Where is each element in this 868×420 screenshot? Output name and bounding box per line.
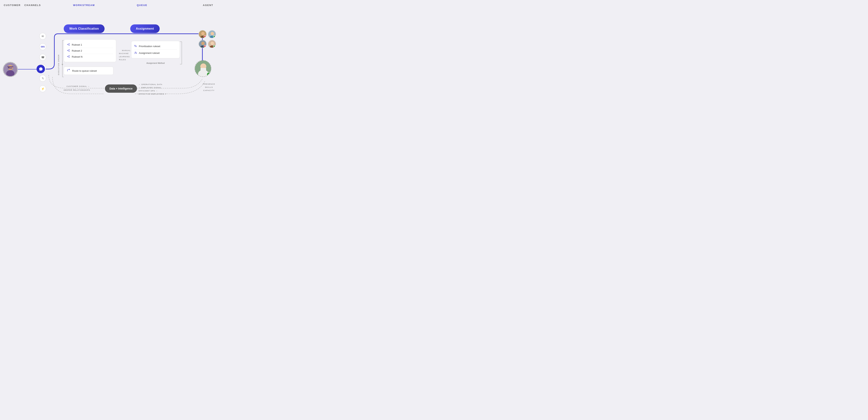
svg-point-28 — [67, 56, 68, 57]
svg-line-32 — [68, 57, 69, 57]
svg-point-47 — [211, 41, 214, 45]
ruleset-1-icon — [67, 43, 70, 47]
ruleset-item-2[interactable]: Ruleset 2 — [67, 48, 113, 54]
sms-channel-icon[interactable]: SMS — [39, 44, 46, 50]
header-channels: CHANNELS — [24, 4, 41, 6]
execution-order-label: Execution order — [58, 54, 60, 75]
svg-point-18 — [67, 44, 68, 45]
ruleset-item-1[interactable]: Ruleset 1 — [67, 42, 113, 48]
header-agent: AGENT — [203, 4, 213, 6]
agent-labels: PRESENCE SKILLS CAPACITY — [203, 83, 215, 92]
data-intelligence-pill[interactable]: Data + Intelligence — [105, 84, 137, 93]
customer-line — [18, 69, 37, 69]
messenger-channel-icon[interactable]: ⚡ — [39, 85, 46, 92]
agent-1-status — [204, 35, 206, 37]
assignment-ruleset-item[interactable]: Assignment ruleset — [134, 50, 177, 56]
svg-point-41 — [211, 32, 214, 35]
chat-bubble-icon — [36, 65, 45, 73]
prioritisation-icon — [134, 45, 137, 48]
header-workstream: WORKSTREAM — [73, 4, 95, 6]
svg-point-24 — [69, 49, 69, 50]
agent-4-status — [213, 45, 215, 47]
route-icon — [67, 69, 70, 73]
assignment-ruleset-label: Assignment ruleset — [139, 52, 160, 54]
svg-point-44 — [201, 41, 205, 45]
customer-signal-label: CUSTOMER SIGNAL → — [66, 85, 90, 87]
agent-avatar-3 — [198, 40, 207, 48]
route-to-queue[interactable]: Route to queue ruleset — [64, 66, 113, 75]
svg-point-38 — [201, 32, 205, 35]
deeper-relationships-label: DEEPER RELATIONSHIPS — [64, 89, 90, 91]
ruleset-container: Ruleset 1 Ruleset 2 — [64, 39, 116, 62]
assignment-method-label: Assignment Method — [138, 62, 173, 64]
ruleset-item-n[interactable]: Ruleset N — [67, 54, 113, 60]
svg-line-31 — [68, 56, 69, 56]
phone-channel-icon[interactable]: ☎ — [39, 54, 46, 61]
prioritisation-item[interactable]: Prioritisation ruleset — [134, 43, 177, 50]
main-agent-avatar: ✓ — [194, 60, 211, 77]
agent-avatar-4 — [208, 40, 216, 48]
main-container: CUSTOMER CHANNELS WORKSTREAM QUEUE AGENT — [0, 0, 217, 105]
channel-icons: ✉ SMS ☎ 𝕏 ⚡ — [39, 33, 46, 92]
employee-signal-label: ← EMPLOYEE SIGNAL — [139, 87, 161, 89]
agent-avatars-group — [198, 30, 216, 48]
agent-row-2 — [198, 40, 216, 48]
prioritisation-label: Prioritisation ruleset — [139, 45, 160, 48]
email-channel-icon[interactable]: ✉ — [39, 33, 46, 39]
svg-point-23 — [67, 50, 68, 51]
agent-2-status — [213, 35, 215, 37]
operational-data-label: ← OPERATIONAL DATA — [139, 84, 162, 85]
route-queue-label: Route to queue ruleset — [72, 69, 97, 72]
ruleset-1-label: Ruleset 1 — [72, 44, 82, 46]
work-classification-button[interactable]: Work Classification — [64, 24, 104, 33]
svg-line-26 — [68, 50, 69, 50]
agent-avatar-1 — [198, 30, 207, 38]
ruleset-n-icon — [67, 55, 70, 59]
svg-point-20 — [69, 45, 69, 46]
agent-3-status — [204, 45, 206, 47]
efficient-ops-label: EFFICIENT OPS → — [139, 90, 158, 92]
svg-rect-11 — [7, 66, 13, 67]
ml-rules-label: MANUAL + MACHINE LEARNING RULES — [119, 46, 133, 64]
assignment-method-container: Prioritisation ruleset Assignment rulese… — [131, 41, 180, 58]
svg-line-27 — [68, 51, 69, 51]
header-queue: QUEUE — [137, 4, 147, 6]
svg-line-22 — [68, 45, 69, 45]
ruleset-2-icon — [67, 49, 70, 53]
customer-avatar — [3, 62, 18, 77]
svg-point-19 — [69, 44, 69, 44]
assignment-ruleset-icon — [134, 51, 137, 55]
svg-rect-52 — [200, 68, 206, 72]
svg-point-30 — [69, 57, 69, 58]
svg-line-21 — [68, 44, 69, 44]
svg-point-35 — [135, 52, 136, 53]
svg-point-29 — [69, 55, 69, 56]
agent-row-1 — [198, 30, 216, 38]
assignment-button[interactable]: Assignment — [130, 24, 160, 33]
agent-avatar-2 — [208, 30, 216, 38]
effective-employees-label: EFFECTIVE EMPLOYEES ↗ — [139, 93, 167, 95]
svg-point-25 — [69, 51, 69, 52]
ruleset-n-label: Ruleset N — [72, 55, 83, 58]
header-customer: CUSTOMER — [4, 4, 21, 6]
twitter-channel-icon[interactable]: 𝕏 — [39, 75, 46, 82]
ruleset-2-label: Ruleset 2 — [72, 49, 82, 52]
